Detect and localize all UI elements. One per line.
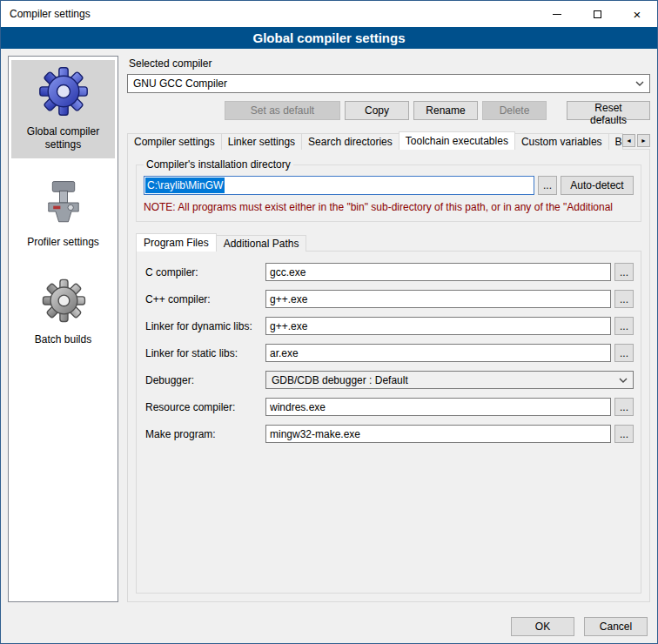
installation-directory-group: Compiler's installation directory C:\ray… — [136, 158, 641, 222]
tab-compiler-settings[interactable]: Compiler settings — [127, 133, 222, 150]
tab-toolchain-executables[interactable]: Toolchain executables — [399, 131, 515, 150]
tab-build-options[interactable]: Build — [608, 133, 623, 150]
cpp-compiler-input[interactable] — [265, 290, 611, 308]
form-row: C++ compiler: ... — [145, 290, 634, 308]
static-linker-label: Linker for static libs: — [145, 347, 265, 359]
bin-subdirectory-note: NOTE: All programs must exist either in … — [144, 201, 634, 213]
sidebar-item-profiler-settings[interactable]: Profiler settings — [11, 172, 115, 256]
set-as-default-button[interactable]: Set as default — [225, 101, 340, 120]
form-row: Make program: ... — [145, 425, 634, 443]
page-title: Global compiler settings — [1, 27, 657, 49]
close-icon: × — [634, 8, 641, 21]
sidebar-item-batch-builds[interactable]: Batch builds — [11, 270, 115, 353]
form-row: C compiler: ... — [145, 263, 634, 281]
tab-linker-settings[interactable]: Linker settings — [221, 133, 302, 150]
chevron-down-icon — [617, 378, 629, 383]
settings-category-list: Global compiler settings Profiler settin… — [8, 56, 118, 602]
minimize-icon — [553, 14, 561, 15]
delete-button[interactable]: Delete — [482, 101, 547, 120]
installation-directory-label: Compiler's installation directory — [144, 158, 293, 171]
batch-builds-gear-icon — [38, 275, 89, 328]
title-bar: Compiler settings × — [1, 1, 657, 27]
resource-compiler-input[interactable] — [265, 398, 611, 416]
static-linker-input[interactable] — [265, 344, 611, 362]
debugger-dropdown[interactable]: GDB/CDB debugger : Default — [265, 371, 634, 389]
dialog-footer: OK Cancel — [1, 609, 657, 643]
reset-defaults-button[interactable]: Reset defaults — [567, 101, 650, 120]
settings-tab-strip: Compiler settings Linker settings Search… — [127, 131, 650, 150]
install-dir-value: C:\raylib\MinGW — [145, 178, 225, 193]
tab-scroll-buttons: ◄ ► — [622, 134, 650, 147]
cpp-compiler-browse-button[interactable]: ... — [614, 290, 634, 308]
rename-button[interactable]: Rename — [413, 101, 478, 120]
c-compiler-browse-button[interactable]: ... — [614, 263, 634, 281]
program-files-tab-strip: Program Files Additional Paths — [136, 233, 641, 252]
chevron-down-icon — [634, 81, 646, 86]
debugger-value: GDB/CDB debugger : Default — [272, 374, 614, 386]
selected-compiler-label: Selected compiler — [129, 57, 650, 70]
debugger-label: Debugger: — [145, 374, 265, 386]
install-dir-input[interactable]: C:\raylib\MinGW — [144, 176, 534, 195]
minimize-button[interactable] — [537, 1, 577, 27]
selected-compiler-value: GNU GCC Compiler — [133, 77, 630, 90]
c-compiler-label: C compiler: — [145, 266, 265, 278]
maximize-icon — [594, 10, 601, 18]
sidebar-item-label: Profiler settings — [27, 236, 99, 249]
c-compiler-input[interactable] — [265, 263, 611, 281]
dynamic-linker-label: Linker for dynamic libs: — [145, 320, 265, 332]
main-panel: Selected compiler GNU GCC Compiler Set a… — [127, 56, 650, 602]
form-row: Linker for dynamic libs: ... — [145, 317, 634, 335]
close-button[interactable]: × — [617, 1, 657, 27]
form-row: Resource compiler: ... — [145, 398, 634, 416]
tab-program-files[interactable]: Program Files — [136, 233, 217, 252]
sidebar-item-label: Batch builds — [35, 333, 91, 346]
form-row: Linker for static libs: ... — [145, 344, 634, 362]
window-title: Compiler settings — [1, 8, 91, 20]
compiler-actions: Set as default Copy Rename Delete Reset … — [127, 101, 650, 120]
auto-detect-button[interactable]: Auto-detect — [561, 176, 634, 195]
global-compiler-gear-icon — [37, 65, 90, 120]
ok-button[interactable]: OK — [511, 617, 574, 636]
dynamic-linker-browse-button[interactable]: ... — [614, 317, 634, 335]
form-row: Debugger: GDB/CDB debugger : Default — [145, 371, 634, 389]
copy-button[interactable]: Copy — [345, 101, 409, 120]
program-files-panel: C compiler: ... C++ compiler: ... Linker… — [136, 251, 641, 594]
sidebar-item-label: Global compiler settings — [13, 125, 113, 151]
maximize-button[interactable] — [577, 1, 617, 27]
installation-directory-row: C:\raylib\MinGW ... Auto-detect — [144, 176, 634, 195]
static-linker-browse-button[interactable]: ... — [614, 344, 634, 362]
tab-custom-variables[interactable]: Custom variables — [514, 133, 609, 150]
sidebar-item-global-compiler-settings[interactable]: Global compiler settings — [11, 60, 115, 158]
cancel-button[interactable]: Cancel — [584, 617, 648, 636]
resource-compiler-label: Resource compiler: — [145, 401, 265, 413]
dynamic-linker-input[interactable] — [265, 317, 611, 335]
tab-scroll-right-icon[interactable]: ► — [637, 134, 650, 147]
make-program-browse-button[interactable]: ... — [614, 425, 634, 443]
make-program-input[interactable] — [265, 425, 611, 443]
cpp-compiler-label: C++ compiler: — [145, 293, 265, 305]
compiler-settings-window: Compiler settings × Global compiler sett… — [0, 0, 658, 644]
resource-compiler-browse-button[interactable]: ... — [614, 398, 634, 416]
tab-scroll-left-icon[interactable]: ◄ — [622, 134, 635, 147]
make-program-label: Make program: — [145, 428, 265, 440]
dialog-body: Global compiler settings Profiler settin… — [1, 49, 657, 609]
window-controls: × — [537, 1, 657, 27]
profiler-icon — [38, 178, 89, 231]
selected-compiler-dropdown[interactable]: GNU GCC Compiler — [127, 74, 650, 93]
toolchain-executables-panel: Compiler's installation directory C:\ray… — [127, 149, 650, 602]
tab-search-directories[interactable]: Search directories — [301, 133, 400, 150]
install-dir-browse-button[interactable]: ... — [538, 176, 557, 195]
tab-additional-paths[interactable]: Additional Paths — [216, 235, 307, 252]
